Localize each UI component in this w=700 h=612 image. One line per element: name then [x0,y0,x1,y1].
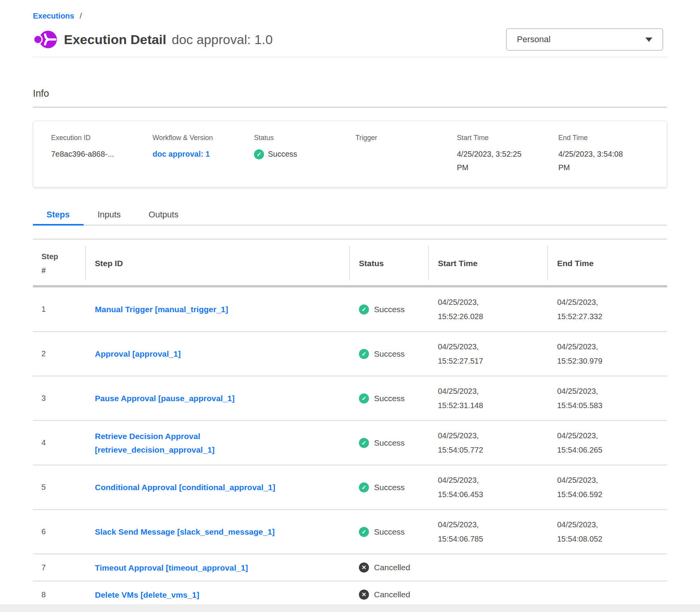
step-number: 5 [33,483,86,492]
tab-outputs[interactable]: Outputs [135,210,192,225]
table-row: 2 Approval [approval_1] ✓ Success 04/25/… [33,332,667,376]
header-divider [33,57,667,57]
step-id-link[interactable]: Delete VMs [delete_vms_1] [95,588,199,602]
step-status: ✕ Cancelled [350,562,429,573]
info-field-execution-id: Execution ID 7e8ac396-a868-... [51,134,153,174]
step-status: ✓ Success [350,393,429,403]
workspace-selected-value: Personal [517,34,551,44]
tab-steps[interactable]: Steps [33,210,84,225]
success-icon: ✓ [359,393,369,403]
breadcrumb-separator: / [80,12,82,21]
col-header-start-time: Start Time [429,239,548,285]
success-icon: ✓ [359,527,369,537]
step-status: ✓ Success [350,482,429,492]
trigger-label: Trigger [355,134,457,142]
info-card: Execution ID 7e8ac396-a868-... Workflow … [33,121,667,188]
start-time-value: 4/25/2023, 3:52:25 PM [457,147,528,174]
table-row: 4 Retrieve Decision Approval [retrieve_d… [33,421,667,465]
info-field-start-time: Start Time 4/25/2023, 3:52:25 PM [457,134,558,174]
step-start-time: 04/25/2023, 15:52:27.517 [429,340,496,368]
step-start-time: 04/25/2023, 15:54:05.772 [429,429,496,457]
status-value: Success [268,147,297,161]
step-end-time [548,561,616,575]
step-end-time: 04/25/2023, 15:54:08.052 [548,518,616,546]
step-end-time: 04/25/2023, 15:52:27.332 [548,295,616,324]
step-end-time: 04/25/2023, 15:52:30.979 [548,340,616,368]
breadcrumb-executions-link[interactable]: Executions [33,12,74,21]
table-row: 3 Pause Approval [pause_approval_1] ✓ Su… [33,376,667,421]
step-start-time: 04/25/2023, 15:52:31.148 [429,384,496,413]
step-status: ✓ Success [350,527,429,537]
step-end-time [548,588,616,602]
col-header-end-time: End Time [548,239,667,285]
step-number: 8 [33,590,86,599]
success-icon: ✓ [359,304,369,315]
step-status: ✕ Cancelled [350,590,429,600]
tab-inputs[interactable]: Inputs [84,210,135,225]
step-id-link[interactable]: Approval [approval_1] [95,347,181,361]
workflow-version-link[interactable]: doc approval: 1 [153,150,210,158]
step-end-time: 04/25/2023, 15:54:06.265 [548,429,616,457]
breadcrumb: Executions / [33,0,667,21]
step-start-time [429,588,496,602]
step-id-link[interactable]: Conditional Approval [conditional_approv… [95,480,275,494]
success-icon: ✓ [359,438,369,448]
chevron-down-icon [645,38,652,42]
step-number: 4 [33,438,86,447]
steps-table-header: Step # Step ID Status Start Time End Tim… [33,239,667,287]
execution-id-value: 7e8ac396-a868-... [51,147,153,161]
cancelled-icon: ✕ [359,562,369,573]
step-end-time: 04/25/2023, 15:54:05.583 [548,384,616,413]
execution-detail-page: Executions / Execution Detail doc approv… [0,0,700,612]
table-row: 5 Conditional Approval [conditional_appr… [33,465,667,510]
workflow-version-label: Workflow & Version [153,134,254,142]
step-status: ✓ Success [350,304,429,315]
page-subtitle: doc approval: 1.0 [172,32,273,47]
steps-table-body: 1 Manual Trigger [manual_trigger_1] ✓ Su… [33,287,667,609]
success-icon: ✓ [254,149,264,159]
info-section-heading: Info [33,88,667,99]
step-start-time: 04/25/2023, 15:54:06.453 [429,473,496,502]
success-icon: ✓ [359,482,369,492]
step-id-link[interactable]: Slack Send Message [slack_send_message_1… [95,525,275,538]
workflow-brand-icon [33,29,58,50]
info-field-trigger: Trigger [355,134,457,174]
step-number: 2 [33,349,86,358]
end-time-value: 4/25/2023, 3:54:08 PM [558,147,630,174]
cancelled-icon: ✕ [359,590,369,600]
step-id-link[interactable]: Timeout Approval [timeout_approval_1] [95,561,248,574]
col-header-step-num: Step # [33,239,86,285]
table-row: 1 Manual Trigger [manual_trigger_1] ✓ Su… [33,287,667,332]
table-row: 6 Slack Send Message [slack_send_message… [33,510,667,554]
step-end-time: 04/25/2023, 15:54:06.592 [548,473,616,502]
step-status: ✓ Success [350,349,429,359]
steps-table: Step # Step ID Status Start Time End Tim… [33,239,667,609]
step-number: 1 [33,305,86,314]
step-number: 7 [33,563,86,572]
col-header-status: Status [350,239,429,285]
detail-tabs: Steps Inputs Outputs [33,210,667,226]
execution-id-label: Execution ID [51,134,153,142]
end-time-label: End Time [558,134,659,142]
step-status: ✓ Success [350,438,429,448]
page-bottom-strip [0,604,700,612]
col-header-step-id: Step ID [86,239,350,285]
step-start-time [429,561,496,575]
workspace-selector[interactable]: Personal [506,28,663,51]
table-row: 7 Timeout Approval [timeout_approval_1] … [33,554,667,581]
step-start-time: 04/25/2023, 15:54:06.785 [429,518,496,546]
info-field-workflow-version: Workflow & Version doc approval: 1 [153,134,254,174]
info-section-divider [33,107,667,108]
page-title: Execution Detail [64,32,166,47]
step-number: 6 [33,527,86,536]
step-id-link[interactable]: Manual Trigger [manual_trigger_1] [95,303,228,316]
info-field-status: Status ✓ Success [254,134,355,174]
step-id-link[interactable]: Pause Approval [pause_approval_1] [95,391,235,405]
status-label: Status [254,134,355,142]
step-start-time: 04/25/2023, 15:52:26.028 [429,295,496,324]
step-id-link[interactable]: Retrieve Decision Approval [retrieve_dec… [95,429,223,456]
title-row: Execution Detail doc approval: 1.0 Perso… [33,28,667,51]
step-number: 3 [33,394,86,403]
success-icon: ✓ [359,349,369,359]
info-field-end-time: End Time 4/25/2023, 3:54:08 PM [558,134,659,174]
